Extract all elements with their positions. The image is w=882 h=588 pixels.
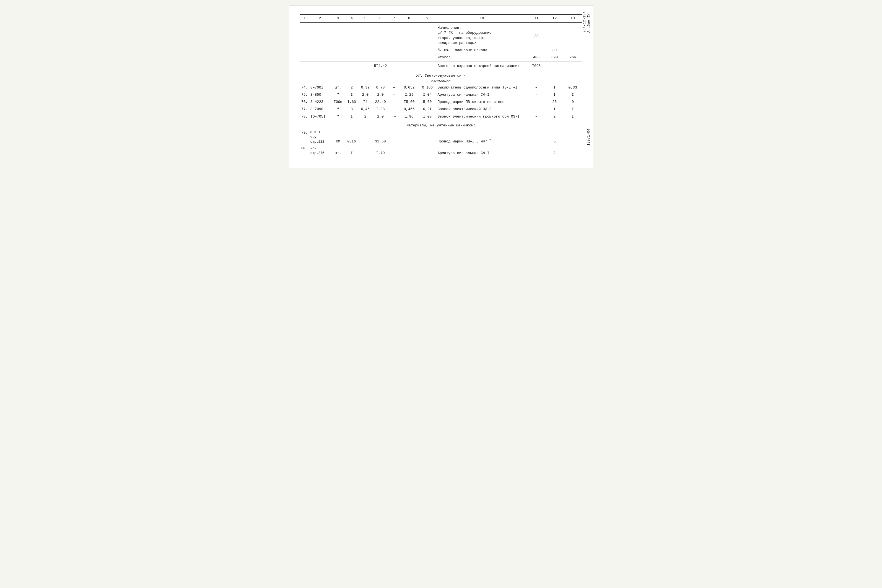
page-wrapper: 264-12-134Альбом IУ 13071-04 I 2 3 4 5 [289,6,593,168]
col12: I [546,91,564,99]
col12: I [546,84,564,91]
unit: " [330,113,345,120]
total: 2,0 [373,113,388,120]
col13: 266 [564,54,582,62]
col13 [564,129,582,145]
col8: I5,60 [400,99,418,106]
col9 [418,129,436,145]
col11: – [527,47,546,54]
col13: I [564,113,582,120]
col7: – [388,106,400,113]
unit: шт. [330,84,345,91]
col12: I [546,106,564,113]
table-row: 78, IO–705I " I 2 2,0 ·– I,96 I,08 Звоно… [300,113,582,120]
main-table: I 2 3 4 5 6 7 8 9 IO II I2 I3 [300,14,582,157]
col-header-1: I [300,14,309,22]
code-multi: Ц.М I ч.у стр.222 [309,129,331,145]
unit: " [330,91,345,99]
col8 [400,145,418,157]
section-title-line1: УП. Свето-звуковая сиг- [416,74,466,78]
col7: ·– [388,113,400,120]
side-label-top: 264-12-134Альбом IУ [583,11,591,33]
col-header-3: 3 [330,14,345,22]
price: 2 [358,113,373,120]
col12: 39 [546,47,564,54]
description: Провод марки ПВ–I,5 мм² 2 [436,129,527,145]
row-num: 75, [300,91,309,99]
code: 8–7090 [309,106,331,113]
qty: I [345,145,358,157]
code: 8–700I [309,84,331,91]
price: 0,39 [358,84,373,91]
col9: 0,I66 [418,84,436,91]
section-title-line2: нализация [431,78,451,83]
side-label-bottom: 13071-04 [587,129,591,146]
col8: 0,456 [400,106,418,113]
total: I,70 [373,145,388,157]
col13: – [564,145,582,157]
col11: I095 [527,62,546,70]
col12: – [546,22,564,47]
col8 [400,129,418,145]
unit: I00м [330,99,345,106]
price [358,145,373,157]
col-header-8: 8 [400,14,418,22]
table-row: 77. 8–7090 " 3 0,46 I,38 – 0,456 0,2I Зв… [300,106,582,113]
col-header-2: 2 [309,14,331,22]
table-row: 80. –"– стр.3I6 шт. I I,70 Арматура сигн… [300,145,582,157]
col9: I,04 [418,91,436,99]
col7: – [388,91,400,99]
row-num: 78, [300,113,309,120]
qty: I,60 [345,99,358,106]
table-row: б/ 6% – плановые накопл. – 39 – [300,47,582,54]
table-row: 74. 8–700I шт. 2 0,39 0,78 – 0,652 0,I66… [300,84,582,91]
qty: 3 [345,106,358,113]
total: 22,40 [373,99,388,106]
col11: – [527,91,546,99]
description: Арматура сигнальная СЖ-I [436,145,527,157]
price: 2,0 [358,91,373,99]
materials-header-row: Материалы, не учтенные ценником: [300,120,582,129]
table-row: 79, Ц.М I ч.у стр.222 КМ 0,I6 33,50 Пров… [300,129,582,145]
unit: КМ [330,129,345,145]
col8: I,29 [400,91,418,99]
col-header-6: 6 [373,14,388,22]
qty: I [345,113,358,120]
col13: – [564,62,582,70]
col10-itogo: Итого: [436,54,527,62]
table-row: Итого: 405 690 266 [300,54,582,62]
description: Звонок электрический ЗД-3 [436,106,527,113]
col11 [527,129,546,145]
col12: 2 [546,113,564,120]
materials-header-text: Материалы, не учтенные ценником: [406,123,476,128]
description: Выключатель однополосный типа ТВ-I –I [436,84,527,91]
table-row: 75, 8–850 " I 2,0 2,0 – I,29 I,04 Армату… [300,91,582,99]
table-row: Начисления: а/ 7,4% – на оборудование /т… [300,22,582,47]
col-header-12: I2 [546,14,564,22]
col-header-7: 7 [388,14,400,22]
col9 [418,145,436,157]
code: 8–850 [309,91,331,99]
col12: 690 [546,54,564,62]
total: 2,0 [373,91,388,99]
col11: – [527,84,546,91]
col13: 0,33 [564,84,582,91]
price: 0,46 [358,106,373,113]
col11: – [527,99,546,106]
col12: 5 [546,129,564,145]
price [358,129,373,145]
col9: I,08 [418,113,436,120]
col12: 25 [546,99,564,106]
col6-value: 5I4,42 [373,62,388,70]
col13: – [564,22,582,47]
total: 0,78 [373,84,388,91]
col-header-5: 5 [358,14,373,22]
col11: 28 [527,22,546,47]
row-num: 77. [300,106,309,113]
table-row: 76, 8–4223 I00м I,60 I4 22,40 I5,60 5,60… [300,99,582,106]
col-header-13: I3 [564,14,582,22]
col13: I [564,106,582,113]
col13: I [564,91,582,99]
col11: – [527,106,546,113]
col-header-4: 4 [345,14,358,22]
